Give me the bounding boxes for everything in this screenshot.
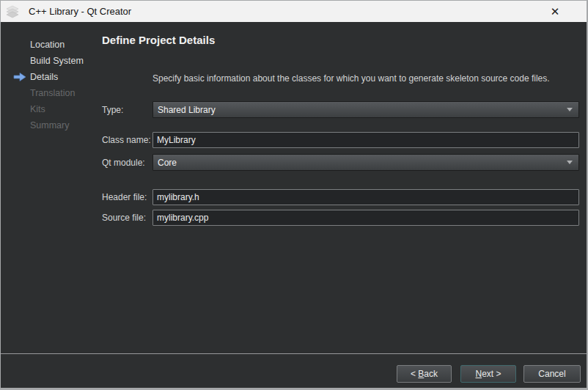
arrow-right-icon <box>13 73 26 81</box>
back-button-label: < Back <box>411 369 438 379</box>
close-icon[interactable]: ✕ <box>542 1 568 22</box>
step-location: Location <box>1 37 98 53</box>
window-title: C++ Library - Qt Creator <box>29 6 131 17</box>
header-file-input[interactable] <box>152 189 579 205</box>
page-description: Specify basic information about the clas… <box>152 73 582 84</box>
next-button[interactable]: Next > <box>460 365 516 383</box>
qt-module-label: Qt module: <box>102 158 152 168</box>
qt-module-row: Qt module: Core <box>102 154 579 171</box>
layers-icon <box>6 5 19 18</box>
header-file-row: Header file: <box>102 188 579 205</box>
wizard-steps: Location Build System Details Translatio… <box>1 22 98 133</box>
step-details: Details <box>1 69 98 85</box>
cancel-button-label: Cancel <box>538 369 565 379</box>
type-combobox-value: Shared Library <box>158 105 216 115</box>
qt-module-combobox-value: Core <box>158 158 177 168</box>
step-label: Summary <box>30 120 69 130</box>
class-name-label: Class name: <box>102 135 152 145</box>
type-label: Type: <box>102 105 152 115</box>
wizard-dialog: C++ Library - Qt Creator ✕ Location Buil… <box>0 0 588 390</box>
type-combobox[interactable]: Shared Library <box>152 101 579 118</box>
back-button[interactable]: < Back <box>397 365 452 383</box>
step-build-system: Build System <box>1 53 98 69</box>
button-row-separator <box>1 353 587 354</box>
class-name-row: Class name: <box>102 131 579 148</box>
class-name-input[interactable] <box>152 132 579 148</box>
source-file-row: Source file: <box>102 209 579 226</box>
step-label: Details <box>30 72 58 82</box>
step-translation: Translation <box>1 85 98 101</box>
type-row: Type: Shared Library <box>102 101 579 118</box>
cancel-button[interactable]: Cancel <box>523 365 581 383</box>
chevron-down-icon <box>567 108 573 111</box>
source-file-label: Source file: <box>102 213 152 223</box>
qt-module-combobox[interactable]: Core <box>152 154 579 171</box>
step-label: Kits <box>30 104 45 114</box>
step-label: Location <box>30 40 65 50</box>
step-label: Build System <box>30 56 84 66</box>
chevron-down-icon <box>567 161 573 164</box>
page-title: Define Project Details <box>102 34 215 46</box>
step-kits: Kits <box>1 101 98 117</box>
title-bar[interactable]: C++ Library - Qt Creator ✕ <box>1 1 587 22</box>
header-file-label: Header file: <box>102 192 152 202</box>
source-file-input[interactable] <box>152 210 579 226</box>
step-summary: Summary <box>1 117 98 133</box>
next-button-label: Next > <box>475 369 501 379</box>
step-label: Translation <box>30 88 75 98</box>
